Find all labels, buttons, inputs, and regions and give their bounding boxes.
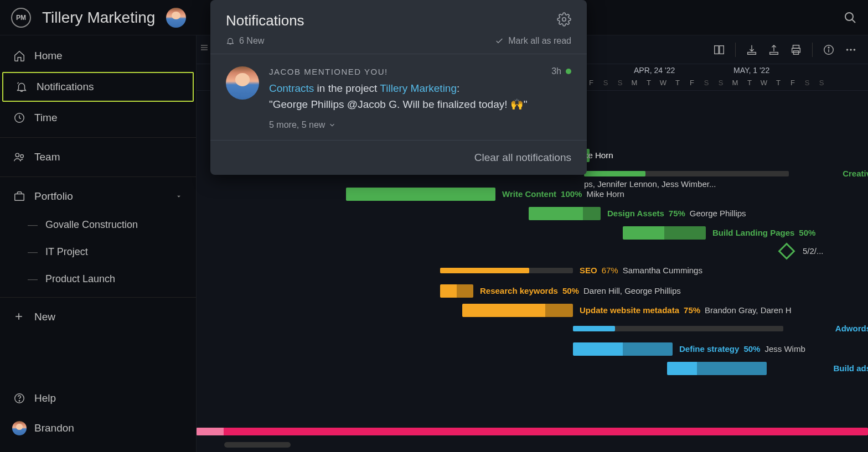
nav-home[interactable]: Home	[0, 41, 196, 71]
nav-notifications[interactable]: Notifications	[2, 72, 194, 102]
mark-all-read-button[interactable]: Mark all as read	[495, 36, 571, 46]
notif-link-project[interactable]: Tillery Marketing	[380, 82, 457, 94]
nav-label: New	[34, 311, 55, 323]
sub-item-label: IT Project	[45, 246, 88, 258]
month-label: APR, 24 '22	[634, 66, 675, 75]
portfolio-item-it[interactable]: — IT Project	[0, 238, 196, 266]
day-label: M	[728, 79, 742, 87]
task-label: Update website metadata 75% Brandon Gray…	[580, 305, 792, 315]
search-icon[interactable]	[844, 11, 857, 24]
assignee-label: ps, Jennifer Lennon, Jess Wimber...	[584, 179, 716, 189]
project-progress-bar[interactable]	[197, 428, 868, 435]
day-label: T	[742, 79, 757, 87]
task-bar[interactable]	[623, 226, 706, 240]
svg-rect-13	[715, 45, 719, 54]
sub-item-label: Govalle Construction	[45, 219, 138, 231]
app-logo[interactable]: PM	[11, 8, 31, 28]
briefcase-icon	[13, 190, 25, 202]
nav-label: Time	[34, 112, 58, 124]
workspace-title[interactable]: Tillery Marketing	[42, 9, 155, 27]
task-label: Build Landing Pages 50%	[712, 228, 815, 237]
unread-indicator	[566, 69, 571, 74]
gantt-row: SEO 67% Samantha Cummings	[197, 262, 868, 281]
day-label: T	[771, 79, 786, 87]
mark-all-label: Mark all as read	[508, 36, 571, 46]
portfolio-item-govalle[interactable]: — Govalle Construction	[0, 211, 196, 238]
svg-point-23	[846, 49, 849, 51]
task-label-clipped: Adwords	[835, 324, 868, 333]
gantt-row: Build ads	[197, 359, 868, 378]
gantt-row: Research keywords 50% Daren Hill, George…	[197, 282, 868, 300]
task-bar[interactable]	[667, 362, 767, 375]
task-label-clipped: Creativ	[843, 169, 868, 178]
gantt-row: Build Landing Pages 50%	[197, 224, 868, 242]
nav-new[interactable]: New	[0, 302, 196, 332]
task-bar[interactable]	[462, 304, 573, 317]
notif-more-toggle[interactable]: 5 more, 5 new	[269, 120, 571, 130]
svg-rect-14	[720, 45, 724, 54]
day-label: T	[642, 79, 656, 87]
milestone[interactable]	[778, 242, 795, 259]
current-user[interactable]: Brandon	[0, 413, 196, 443]
svg-point-4	[20, 154, 24, 158]
svg-line-1	[852, 19, 856, 23]
notif-avatar	[226, 66, 259, 100]
notifications-popover: Notifications 6 New Mark all as read JAC…	[210, 0, 587, 175]
day-label: S	[800, 79, 814, 87]
nav-label: Portfolio	[34, 190, 73, 202]
svg-point-25	[854, 49, 856, 51]
nav-label: Home	[34, 50, 63, 62]
nav-label: Team	[34, 151, 60, 163]
svg-rect-16	[770, 52, 778, 54]
notif-link-task[interactable]: Contracts	[269, 82, 314, 94]
new-count: 6 New	[239, 36, 264, 46]
task-bar[interactable]	[573, 342, 673, 356]
panel-handle-icon[interactable]	[200, 43, 209, 55]
nav-team[interactable]: Team	[0, 142, 196, 172]
divider	[0, 297, 196, 298]
more-icon[interactable]	[845, 44, 857, 56]
task-bar[interactable]	[440, 284, 473, 298]
horizontal-scrollbar[interactable]	[224, 442, 291, 448]
info-icon[interactable]	[823, 44, 835, 56]
bell-icon	[16, 81, 28, 93]
task-bar[interactable]	[346, 188, 495, 201]
notification-item[interactable]: JACOB MENTIONED YOU! 3h Contracts in the…	[210, 54, 587, 141]
divider	[735, 43, 736, 57]
summary-bar[interactable]	[573, 326, 783, 331]
nav-help[interactable]: Help	[0, 383, 196, 413]
gantt-row: Adwords	[197, 320, 868, 339]
bell-icon	[226, 37, 235, 45]
print-icon[interactable]	[790, 44, 802, 56]
export-icon[interactable]	[768, 44, 780, 56]
nav-label: Help	[34, 392, 56, 404]
task-label: Research keywords 50% Daren Hill, George…	[480, 286, 681, 295]
nav-portfolio[interactable]: Portfolio	[0, 181, 196, 211]
summary-bar[interactable]	[584, 171, 789, 176]
popover-title: Notifications	[226, 12, 304, 29]
home-icon	[13, 50, 25, 62]
notif-time: 3h	[551, 66, 561, 76]
nav-label: Notifications	[37, 81, 94, 93]
notif-heading: JACOB MENTIONED YOU!	[269, 67, 388, 76]
sub-item-label: Product Launch	[45, 273, 115, 285]
day-label: S	[699, 79, 714, 87]
day-label: S	[714, 79, 728, 87]
task-label-clipped: Build ads	[833, 363, 868, 373]
portfolio-item-launch[interactable]: — Product Launch	[0, 266, 196, 293]
clock-icon	[13, 112, 25, 124]
user-name: Brandon	[34, 422, 74, 434]
user-avatar[interactable]	[166, 8, 186, 28]
day-label: T	[670, 79, 685, 87]
summary-bar[interactable]	[440, 268, 573, 273]
tree-connector: —	[28, 273, 38, 285]
task-bar[interactable]	[529, 207, 601, 220]
clear-all-button[interactable]: Clear all notifications	[474, 152, 571, 163]
import-icon[interactable]	[746, 44, 758, 56]
svg-point-0	[845, 13, 853, 20]
nav-time[interactable]: Time	[0, 103, 196, 133]
gear-icon[interactable]	[557, 12, 571, 27]
task-label: Write Content 100% Mike Horn	[502, 189, 624, 199]
svg-point-24	[850, 49, 852, 51]
columns-icon[interactable]	[713, 44, 725, 56]
